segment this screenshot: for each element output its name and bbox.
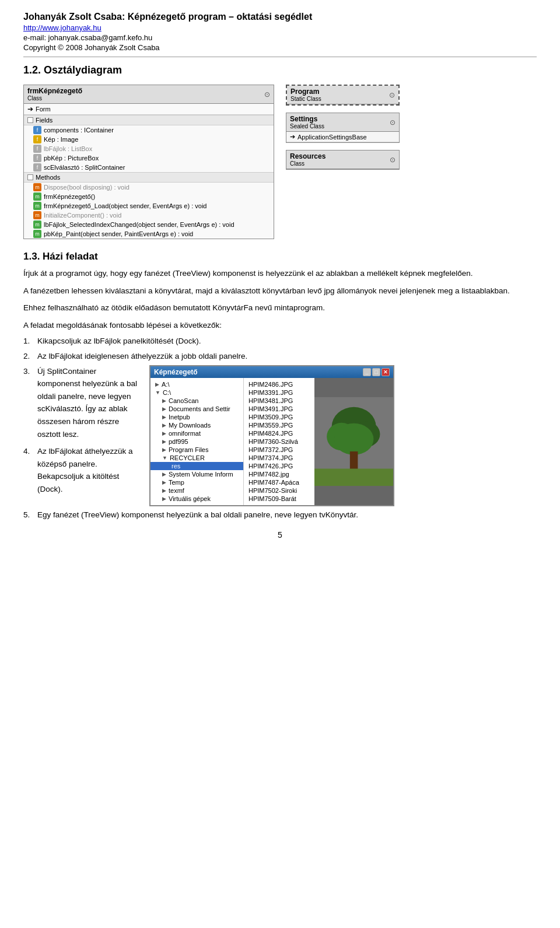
header-link1[interactable]: http://www.johanyak.hu xyxy=(23,23,537,32)
file-4[interactable]: HPIM3509.JPG xyxy=(246,413,312,421)
file-0[interactable]: HPIM2486.JPG xyxy=(246,380,312,388)
uml-settings-title: Settings xyxy=(290,115,324,123)
uml-field-4: f scElválasztó : SplitContainer xyxy=(24,163,274,172)
tree-item-sysvolinfo[interactable]: ▶ System Volume Inform xyxy=(150,470,243,478)
file-12[interactable]: HPIM7487-Apáca xyxy=(246,478,312,486)
method-icon-2: m xyxy=(33,202,41,210)
section-13-heading: 1.3. Házi feladat xyxy=(23,251,537,262)
tree-item-programfiles[interactable]: ▶ Program Files xyxy=(150,446,243,454)
step-3-4-text: 3. Új SplitContainer komponenst helyezün… xyxy=(23,365,140,498)
file-6[interactable]: HPIM4824.JPG xyxy=(246,429,312,437)
tree-label-res: res xyxy=(172,463,180,470)
file-8[interactable]: HPIM7372.JPG xyxy=(246,446,312,454)
tree-item-texmf[interactable]: ▶ texmf xyxy=(150,486,243,495)
step-1: 1. Kikapcsoljuk az lbFájlok panelkitölté… xyxy=(23,335,537,348)
file-1[interactable]: HPIM3391.JPG xyxy=(246,388,312,397)
tree-label-a: A:\ xyxy=(162,381,169,388)
maximize-button[interactable]: □ xyxy=(372,368,380,376)
step-1-num: 1. xyxy=(23,335,34,348)
step-5-text: Egy fanézet (TreeView) komponenst helyez… xyxy=(37,509,537,521)
tree-expand-pf: ▶ xyxy=(162,447,166,453)
file-5[interactable]: HPIM3559.JPG xyxy=(246,421,312,429)
tree-item-virtualis[interactable]: ▶ Virtuális gépek xyxy=(150,495,243,503)
uml-field-1: f Kép : Image xyxy=(24,135,274,144)
file-2[interactable]: HPIM3481.JPG xyxy=(246,397,312,405)
tree-label-texmf: texmf xyxy=(169,487,184,494)
uml-settings-header: Settings Sealed Class ⊙ xyxy=(286,113,399,132)
app-filelist: HPIM2486.JPG HPIM3391.JPG HPIM3481.JPG H… xyxy=(244,378,314,505)
uml-program-subtitle: Static Class xyxy=(290,96,321,102)
tree-item-inetpub[interactable]: ▶ Inetpub xyxy=(150,413,243,421)
tree-item-pdf995[interactable]: ▶ pdf995 xyxy=(150,437,243,446)
minimize-button[interactable]: _ xyxy=(363,368,371,376)
app-titlebar: Képnézegető _ □ ✕ xyxy=(150,366,393,378)
tree-item-c[interactable]: ▼ C:\ xyxy=(150,388,243,397)
step-2-text: Az lbFájlokat ideiglenesen áthelyezzük a… xyxy=(37,350,537,363)
field-icon-0: f xyxy=(33,126,41,134)
step-4-text-content: Az lbFájlokat áthelyezzük a középső pane… xyxy=(37,445,140,495)
file-11[interactable]: HPIM7482.jpg xyxy=(246,470,312,478)
uml-field-3: f pbKép : PictureBox xyxy=(24,153,274,163)
tree-item-canoscan[interactable]: ▶ CanoScan xyxy=(150,397,243,405)
tree-expand-recycler: ▼ xyxy=(162,455,167,461)
close-button[interactable]: ✕ xyxy=(382,368,390,376)
app-title: Képnézegető xyxy=(154,368,198,376)
step-5-num: 5. xyxy=(23,509,34,521)
methods-label: Methods xyxy=(36,174,60,181)
uml-main-title: frmKépnézegető xyxy=(27,87,82,95)
tree-item-mydownloads[interactable]: ▶ My Downloads xyxy=(150,421,243,429)
uml-resources-icon: ⊙ xyxy=(390,156,396,164)
task-intro: A feladat megoldásának fontosabb lépései… xyxy=(23,319,537,332)
uml-field-0: f components : IContainer xyxy=(24,125,274,135)
file-9[interactable]: HPIM7374.JPG xyxy=(246,454,312,462)
header: Johanyák Zsolt Csaba: Képnézegető progra… xyxy=(23,12,537,57)
tree-label-c: C:\ xyxy=(163,389,171,396)
uml-methods-header: Methods xyxy=(24,172,274,183)
uml-program-icon: ⊙ xyxy=(389,91,395,99)
tree-expand-virt: ▶ xyxy=(162,496,166,502)
uml-program-header: Program Static Class ⊙ xyxy=(287,86,398,104)
step-3-container: 3. Új SplitContainer komponenst helyezün… xyxy=(23,365,537,506)
file-13[interactable]: HPIM7502-Siroki xyxy=(246,486,312,495)
fields-checkbox xyxy=(27,117,33,123)
uml-method-1: m frmKépnézegető() xyxy=(24,192,274,201)
fields-label: Fields xyxy=(36,117,52,124)
method-name-0: Dispose(bool disposing) : void xyxy=(44,184,130,191)
tree-label-canoscan: CanoScan xyxy=(169,397,198,404)
uml-settings-inherit: ➔ ApplicationSettingsBase xyxy=(286,132,399,142)
field-icon-4: f xyxy=(33,163,41,171)
file-3[interactable]: HPIM3491.JPG xyxy=(246,405,312,413)
tree-item-omniformat[interactable]: ▶ omniformat xyxy=(150,429,243,437)
file-10[interactable]: HPIM7426.JPG xyxy=(246,462,312,470)
step-3-text-content: Új SplitContainer komponenst helyezünk a… xyxy=(37,365,140,441)
tree-expand-svi: ▶ xyxy=(162,471,166,477)
field-icon-1: f xyxy=(33,135,41,143)
tree-item-recycler[interactable]: ▼ RECYCLER xyxy=(150,454,243,462)
tree-item-a[interactable]: ▶ A:\ xyxy=(150,380,243,388)
tree-label-docs: Documents and Settir xyxy=(169,405,230,412)
uml-method-3: m InitializeComponent() : void xyxy=(24,211,274,220)
uml-method-0: m Dispose(bool disposing) : void xyxy=(24,183,274,192)
uml-program-box: Program Static Class ⊙ xyxy=(286,85,400,106)
tree-label-temp: Temp xyxy=(169,479,184,486)
section-12: 1.2. Osztálydiagram frmKépnézegető Class… xyxy=(23,64,537,239)
section-13: 1.3. Házi feladat Írjuk át a programot ú… xyxy=(23,251,537,521)
tree-item-temp[interactable]: ▶ Temp xyxy=(150,478,243,486)
file-14[interactable]: HPIM7509-Barát xyxy=(246,495,312,503)
titlebar-controls[interactable]: _ □ ✕ xyxy=(363,368,390,376)
diagram-area: frmKépnézegető Class ⊙ ➔ Form Fields xyxy=(23,85,537,239)
tree-item-res[interactable]: res xyxy=(150,462,243,470)
tree-expand-mydownloads: ▶ xyxy=(162,422,166,428)
uml-settings-icon: ⊙ xyxy=(390,118,396,127)
step-4-num: 4. xyxy=(23,445,34,495)
tree-item-docs[interactable]: ▶ Documents and Settir xyxy=(150,405,243,413)
step-2-num: 2. xyxy=(23,350,34,363)
uml-fields-header: Fields xyxy=(24,115,274,125)
method-icon-1: m xyxy=(33,192,41,201)
method-icon-3: m xyxy=(33,211,41,219)
file-7[interactable]: HPIM7360-Szilvá xyxy=(246,437,312,446)
method-name-1: frmKépnézegető() xyxy=(44,193,95,200)
tree-expand-temp: ▶ xyxy=(162,479,166,485)
tree-expand-a: ▶ xyxy=(155,381,159,387)
header-copyright: Copyright © 2008 Johanyák Zsolt Csaba xyxy=(23,43,537,52)
